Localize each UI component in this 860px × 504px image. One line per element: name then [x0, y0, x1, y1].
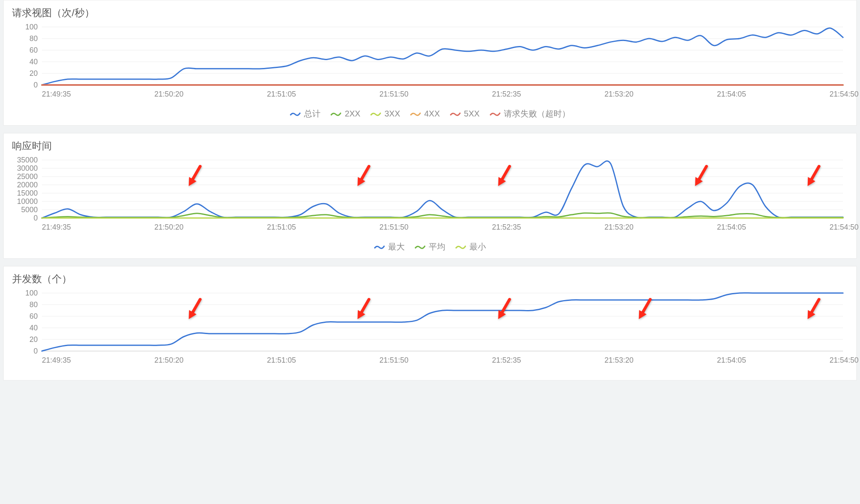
legend-item[interactable]: 总计	[290, 108, 321, 119]
svg-line-41	[811, 299, 819, 314]
series-line-并发	[42, 293, 843, 351]
legend-swatch-icon	[490, 111, 500, 117]
series-line-总计	[42, 28, 843, 85]
response-time-svg: 0500010000150002000025000300003500021:49…	[13, 156, 846, 235]
x-tick-label: 21:52:35	[492, 356, 521, 364]
y-tick-label: 40	[29, 324, 38, 332]
legend-label: 请求失败（超时）	[504, 108, 570, 119]
legend-item[interactable]: 平均	[415, 241, 445, 252]
svg-line-16	[192, 166, 200, 181]
response-time-panel: 响应时间 05000100001500020000250003000035000…	[3, 133, 857, 259]
y-tick-label: 20	[29, 335, 38, 344]
x-tick-label: 21:49:35	[42, 90, 71, 98]
legend-label: 2XX	[345, 109, 360, 119]
legend-item[interactable]: 5XX	[450, 109, 480, 119]
svg-line-18	[360, 166, 369, 181]
y-tick-label: 10000	[17, 197, 38, 206]
y-tick-label: 20	[29, 69, 38, 78]
legend-item[interactable]: 最小	[455, 241, 486, 252]
svg-line-20	[501, 166, 510, 181]
requests-chart: 02040608010021:49:3521:50:2021:51:0521:5…	[13, 23, 846, 102]
series-line-平均	[42, 213, 843, 218]
svg-line-24	[811, 166, 819, 181]
y-tick-label: 0	[34, 347, 38, 355]
legend-swatch-icon	[410, 111, 421, 117]
x-tick-label: 21:54:50	[829, 90, 858, 98]
requests-title: 请求视图（次/秒）	[8, 6, 852, 19]
legend-swatch-icon	[370, 111, 381, 117]
x-tick-label: 21:54:05	[717, 356, 746, 364]
response-time-chart: 0500010000150002000025000300003500021:49…	[13, 156, 846, 235]
concurrency-svg: 02040608010021:49:3521:50:2021:51:0521:5…	[13, 289, 846, 368]
legend-label: 最大	[388, 241, 405, 252]
response-time-title: 响应时间	[8, 139, 852, 153]
y-tick-label: 40	[29, 58, 38, 66]
y-tick-label: 60	[29, 46, 38, 54]
x-tick-label: 21:51:05	[267, 356, 296, 364]
legend-swatch-icon	[374, 244, 385, 250]
x-tick-label: 21:50:20	[154, 223, 183, 231]
x-tick-label: 21:49:35	[42, 356, 71, 364]
x-tick-label: 21:51:05	[267, 223, 296, 231]
y-tick-label: 100	[25, 23, 38, 31]
x-tick-label: 21:51:50	[379, 356, 408, 364]
x-tick-label: 21:50:20	[154, 356, 183, 364]
svg-line-39	[642, 299, 651, 314]
svg-line-37	[501, 299, 510, 314]
x-tick-label: 21:54:50	[829, 223, 858, 231]
svg-line-33	[192, 299, 200, 314]
y-tick-label: 0	[34, 81, 38, 89]
x-tick-label: 21:51:50	[379, 90, 408, 98]
y-tick-label: 30000	[17, 164, 38, 172]
requests-legend[interactable]: 总计2XX3XX4XX5XX请求失败（超时）	[8, 102, 852, 122]
concurrency-legend[interactable]	[8, 368, 852, 377]
concurrency-chart: 02040608010021:49:3521:50:2021:51:0521:5…	[13, 289, 846, 368]
legend-item[interactable]: 最大	[374, 241, 405, 252]
requests-panel: 请求视图（次/秒） 02040608010021:49:3521:50:2021…	[3, 0, 857, 126]
y-tick-label: 60	[29, 312, 38, 320]
x-tick-label: 21:50:20	[154, 90, 183, 98]
legend-swatch-icon	[455, 244, 466, 250]
y-tick-label: 80	[29, 300, 38, 309]
x-tick-label: 21:54:05	[717, 90, 746, 98]
y-tick-label: 35000	[17, 156, 38, 164]
requests-svg: 02040608010021:49:3521:50:2021:51:0521:5…	[13, 23, 846, 102]
concurrency-title: 并发数（个）	[8, 272, 852, 286]
y-tick-label: 5000	[21, 206, 38, 214]
legend-label: 3XX	[384, 109, 400, 119]
x-tick-label: 21:52:35	[492, 223, 521, 231]
y-tick-label: 20000	[17, 181, 38, 189]
x-tick-label: 21:54:05	[717, 223, 746, 231]
x-tick-label: 21:53:20	[605, 223, 634, 231]
legend-swatch-icon	[330, 111, 341, 117]
x-tick-label: 21:49:35	[42, 223, 71, 231]
legend-item[interactable]: 2XX	[330, 109, 360, 119]
legend-label: 5XX	[464, 109, 480, 119]
legend-label: 总计	[304, 108, 321, 119]
legend-label: 4XX	[424, 109, 440, 119]
svg-line-35	[360, 299, 369, 314]
x-tick-label: 21:54:50	[829, 356, 858, 364]
legend-swatch-icon	[450, 111, 461, 117]
legend-label: 最小	[469, 241, 486, 252]
legend-item[interactable]: 请求失败（超时）	[490, 108, 570, 119]
y-tick-label: 0	[34, 214, 38, 222]
x-tick-label: 21:53:20	[605, 90, 634, 98]
series-line-最大	[42, 161, 843, 218]
legend-item[interactable]: 4XX	[410, 109, 440, 119]
y-tick-label: 15000	[17, 189, 38, 197]
legend-label: 平均	[429, 241, 445, 252]
legend-item[interactable]: 3XX	[370, 109, 400, 119]
concurrency-panel: 并发数（个） 02040608010021:49:3521:50:2021:51…	[3, 266, 857, 380]
legend-swatch-icon	[415, 244, 425, 250]
x-tick-label: 21:53:20	[605, 356, 634, 364]
x-tick-label: 21:52:35	[492, 90, 521, 98]
y-tick-label: 100	[25, 289, 38, 297]
svg-line-22	[698, 166, 707, 181]
x-tick-label: 21:51:05	[267, 90, 296, 98]
legend-swatch-icon	[290, 111, 301, 117]
x-tick-label: 21:51:50	[379, 223, 408, 231]
response-time-legend[interactable]: 最大平均最小	[8, 235, 852, 255]
y-tick-label: 80	[29, 34, 38, 43]
y-tick-label: 25000	[17, 172, 38, 181]
